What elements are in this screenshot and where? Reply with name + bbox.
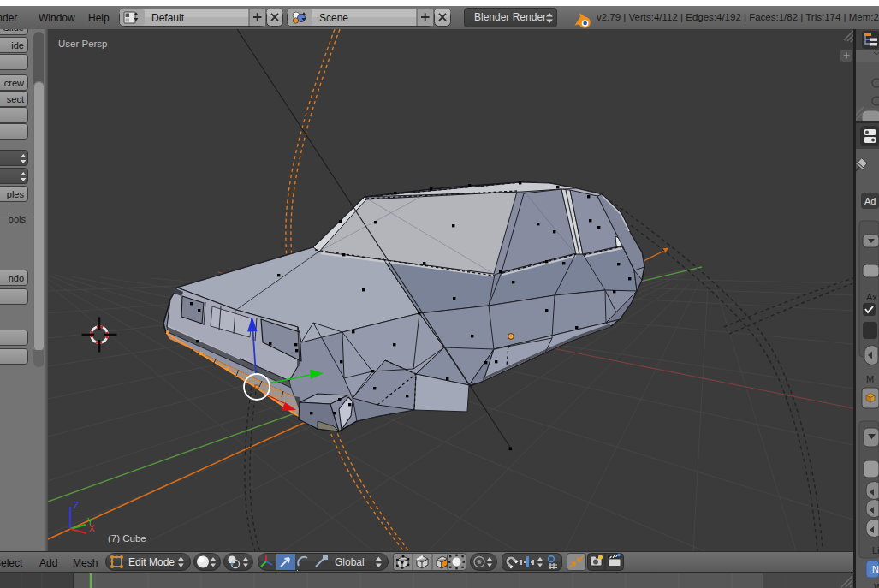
svg-text:X: X bbox=[89, 524, 95, 533]
svg-text:Default: Default bbox=[151, 12, 185, 24]
svg-text:Z: Z bbox=[74, 501, 79, 510]
svg-text:W: W bbox=[874, 582, 879, 588]
svg-text:Global: Global bbox=[335, 556, 365, 568]
svg-text:N: N bbox=[872, 564, 879, 574]
svg-text:Ax: Ax bbox=[866, 292, 877, 302]
svg-text:Li: Li bbox=[872, 545, 879, 555]
svg-text:Scene: Scene bbox=[319, 12, 348, 24]
svg-text:Edit Mode: Edit Mode bbox=[128, 556, 175, 568]
svg-text:(7) Cube: (7) Cube bbox=[108, 533, 146, 543]
svg-text:M: M bbox=[866, 374, 874, 384]
svg-text:User Persp: User Persp bbox=[58, 39, 108, 49]
svg-text:Ad: Ad bbox=[864, 196, 876, 206]
